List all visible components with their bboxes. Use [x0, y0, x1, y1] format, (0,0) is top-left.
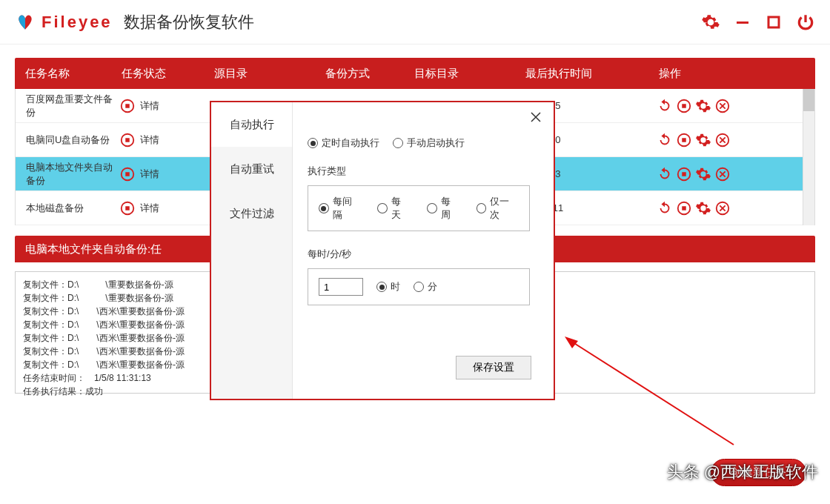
brand-text: Fileyee — [42, 13, 113, 32]
maximize-icon[interactable] — [765, 13, 783, 31]
delete-icon[interactable] — [714, 166, 731, 182]
detail-link[interactable]: 详情 — [140, 202, 159, 215]
stop-icon[interactable] — [119, 200, 136, 216]
exec-type-group: 每间隔 每天 每周 仅一次 — [308, 185, 530, 231]
task-ops — [657, 166, 814, 182]
stop-icon[interactable] — [676, 98, 692, 114]
titlebar: Fileyee 数据备份恢复软件 — [0, 0, 830, 44]
task-ops — [657, 132, 814, 148]
svg-rect-8 — [125, 138, 130, 142]
svg-rect-5 — [682, 104, 686, 108]
gear-icon[interactable] — [695, 166, 711, 182]
svg-rect-18 — [125, 206, 130, 210]
refresh-icon[interactable] — [657, 132, 673, 148]
task-status: 详情 — [119, 200, 212, 216]
stop-icon[interactable] — [119, 98, 136, 114]
settings-modal: 自动执行 自动重试 文件过滤 定时自动执行 手动启动执行 执行类型 每间隔 每天… — [210, 101, 555, 400]
tab-file-filter[interactable]: 文件过滤 — [211, 191, 292, 236]
task-name: 电脑同U盘自动备份 — [16, 133, 119, 147]
task-status: 详情 — [119, 166, 212, 182]
detail-link[interactable]: 详情 — [140, 168, 159, 181]
svg-rect-13 — [125, 172, 130, 176]
settings-icon[interactable] — [701, 13, 720, 32]
svg-rect-20 — [682, 206, 686, 210]
scrollbar[interactable] — [803, 89, 814, 225]
interval-input[interactable] — [319, 278, 363, 296]
stop-icon[interactable] — [119, 132, 136, 148]
radio-once[interactable]: 仅一次 — [477, 195, 519, 222]
col-ops: 操作 — [656, 67, 815, 81]
modal-body: 定时自动执行 手动启动执行 执行类型 每间隔 每天 每周 仅一次 每时/分/秒 … — [293, 102, 554, 399]
task-status: 详情 — [119, 98, 212, 114]
watermark: 头条 @西米正版软件 — [667, 461, 818, 483]
col-status: 任务状态 — [119, 67, 211, 81]
refresh-icon[interactable] — [657, 98, 673, 114]
time-group: 时 分 — [308, 268, 530, 305]
radio-manual-exec[interactable]: 手动启动执行 — [393, 136, 465, 150]
col-src: 源目录 — [211, 67, 322, 81]
app-logo: Fileyee — [15, 12, 113, 33]
radio-daily[interactable]: 每天 — [377, 195, 411, 222]
exec-type-label: 执行类型 — [308, 165, 539, 178]
gear-icon[interactable] — [695, 200, 711, 216]
task-status: 详情 — [119, 132, 212, 148]
close-icon[interactable] — [528, 110, 543, 125]
radio-timed-exec[interactable]: 定时自动执行 — [308, 136, 379, 150]
task-name: 百度网盘重要文件备份 — [16, 93, 119, 119]
svg-rect-1 — [768, 17, 779, 27]
stop-icon[interactable] — [676, 200, 692, 216]
gear-icon[interactable] — [695, 98, 711, 114]
gear-icon[interactable] — [695, 132, 711, 148]
task-name: 本地磁盘备份 — [16, 202, 119, 215]
detail-link[interactable]: 详情 — [140, 133, 159, 147]
window-controls — [701, 13, 815, 32]
time-label: 每时/分/秒 — [308, 248, 539, 261]
log-title: 电脑本地文件夹自动备份:任 — [25, 242, 162, 256]
save-settings-button[interactable]: 保存设置 — [456, 356, 531, 379]
svg-rect-0 — [737, 21, 748, 24]
stop-icon[interactable] — [119, 166, 136, 182]
task-ops — [657, 200, 814, 216]
delete-icon[interactable] — [714, 200, 731, 216]
radio-interval[interactable]: 每间隔 — [319, 195, 361, 222]
app-subtitle: 数据备份恢复软件 — [124, 11, 254, 33]
col-name: 任务名称 — [15, 67, 119, 81]
delete-icon[interactable] — [714, 132, 731, 148]
tab-auto-retry[interactable]: 自动重试 — [211, 147, 292, 191]
radio-minute[interactable]: 分 — [414, 280, 437, 294]
radio-weekly[interactable]: 每周 — [427, 195, 460, 222]
modal-sidebar: 自动执行 自动重试 文件过滤 — [211, 102, 293, 399]
col-mode: 备份方式 — [322, 67, 411, 81]
task-name: 电脑本地文件夹自动备份 — [16, 161, 119, 188]
logo-icon — [15, 12, 36, 33]
stop-icon[interactable] — [676, 132, 692, 148]
stop-icon[interactable] — [676, 166, 692, 182]
task-table-header: 任务名称 任务状态 源目录 备份方式 目标目录 最后执行时间 操作 — [15, 58, 815, 89]
detail-link[interactable]: 详情 — [140, 99, 159, 113]
delete-icon[interactable] — [714, 98, 731, 114]
exec-mode-row: 定时自动执行 手动启动执行 — [308, 136, 539, 150]
tab-auto-exec[interactable]: 自动执行 — [211, 102, 292, 147]
svg-rect-10 — [682, 138, 686, 142]
radio-hour[interactable]: 时 — [376, 280, 400, 294]
refresh-icon[interactable] — [657, 166, 673, 182]
svg-rect-15 — [682, 172, 686, 176]
svg-rect-3 — [125, 104, 130, 108]
col-time: 最后执行时间 — [522, 67, 656, 81]
minimize-icon[interactable] — [734, 13, 751, 31]
refresh-icon[interactable] — [657, 200, 673, 216]
power-icon[interactable] — [796, 13, 815, 32]
task-ops — [657, 98, 814, 114]
col-dst: 目标目录 — [411, 67, 522, 81]
